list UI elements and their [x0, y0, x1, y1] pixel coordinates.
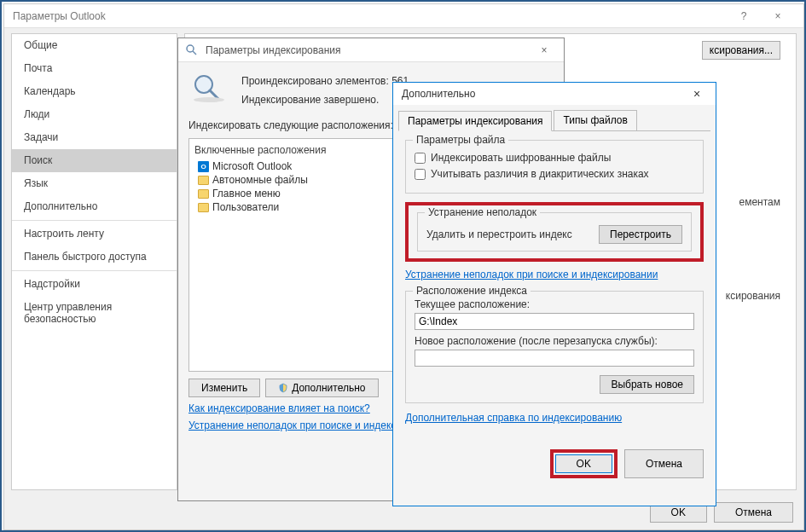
ok-button[interactable]: OK — [555, 454, 612, 473]
index-location-label: Расположение индекса — [413, 285, 531, 297]
current-location-label: Текущее расположение: — [415, 298, 694, 310]
partial-text: ксирования — [726, 290, 780, 302]
additional-help-link[interactable]: Дополнительная справка по индексированию — [405, 412, 704, 424]
folder-icon — [198, 176, 209, 185]
advanced-body: Параметры файла Индексировать шифрованны… — [393, 131, 716, 442]
sidebar-item-search[interactable]: Поиск — [12, 149, 177, 172]
folder-icon — [198, 203, 209, 212]
outlook-titlebar: Параметры Outlook ? × — [4, 4, 803, 28]
checkbox-row-diacritics: Учитывать различия в диакритических знак… — [415, 168, 694, 180]
svg-line-1 — [193, 51, 196, 55]
indexing-icon — [185, 43, 199, 57]
sidebar-item-people[interactable]: Люди — [12, 103, 177, 126]
choose-new-button[interactable]: Выбрать новое — [600, 375, 694, 394]
magnifier-icon — [188, 72, 229, 103]
sidebar-item-mail[interactable]: Почта — [12, 57, 177, 80]
sidebar-item-tasks[interactable]: Задачи — [12, 126, 177, 149]
folder-icon — [198, 189, 209, 199]
sidebar-item-advanced[interactable]: Дополнительно — [12, 195, 177, 218]
indexing-options-button[interactable]: ксирования... — [702, 41, 780, 60]
troubleshoot-search-link[interactable]: Устранение неполадок при поиске и индекс… — [405, 269, 704, 280]
outlook-sidebar: Общие Почта Календарь Люди Задачи Поиск … — [11, 33, 177, 490]
outlook-icon: O — [198, 161, 209, 172]
sidebar-separator — [12, 220, 177, 221]
tab-index-settings[interactable]: Параметры индексирования — [398, 111, 552, 131]
sidebar-item-addins[interactable]: Надстройки — [12, 273, 177, 296]
choose-row: Выбрать новое — [415, 375, 694, 394]
encrypted-checkbox[interactable] — [415, 153, 426, 164]
indexing-titlebar: Параметры индексирования × — [178, 38, 564, 62]
partial-text: ементам — [739, 196, 780, 208]
rebuild-row: Удалить и перестроить индекс Перестроить — [426, 225, 682, 244]
sidebar-item-customize-ribbon[interactable]: Настроить ленту — [12, 223, 177, 246]
rebuild-button[interactable]: Перестроить — [599, 225, 682, 244]
sidebar-item-calendar[interactable]: Календарь — [12, 80, 177, 103]
new-location-label: Новое расположение (после перезапуска сл… — [415, 335, 694, 347]
diacritics-checkbox[interactable] — [415, 169, 426, 180]
troubleshoot-label: Устранение неполадок — [425, 206, 540, 218]
diacritics-label: Учитывать различия в диакритических знак… — [431, 168, 649, 180]
advanced-button[interactable]: Дополнительно — [265, 379, 378, 397]
advanced-titlebar: Дополнительно × — [393, 83, 716, 105]
current-location-input[interactable] — [415, 313, 694, 330]
close-button[interactable]: × — [761, 4, 795, 28]
encrypted-label: Индексировать шифрованные файлы — [431, 152, 611, 164]
cancel-button[interactable]: Отмена — [714, 502, 793, 523]
help-button[interactable]: ? — [727, 4, 761, 28]
outlook-title: Параметры Outlook — [13, 10, 727, 22]
file-settings-label: Параметры файла — [413, 134, 508, 146]
new-location-input[interactable] — [415, 350, 694, 367]
sidebar-item-language[interactable]: Язык — [12, 172, 177, 195]
troubleshoot-fieldset: Устранение неполадок Удалить и перестрои… — [417, 212, 692, 252]
cancel-button[interactable]: Отмена — [624, 449, 704, 478]
svg-point-4 — [194, 97, 224, 102]
file-settings-fieldset: Параметры файла Индексировать шифрованны… — [405, 140, 704, 194]
sidebar-item-quick-access[interactable]: Панель быстрого доступа — [12, 246, 177, 269]
sidebar-item-trust-center[interactable]: Центр управления безопасностью — [12, 296, 177, 331]
modify-button[interactable]: Изменить — [188, 379, 260, 397]
close-icon[interactable]: × — [531, 44, 557, 56]
indexing-title: Параметры индексирования — [206, 44, 531, 56]
sidebar-separator — [12, 270, 177, 271]
advanced-dialog: Дополнительно × Параметры индексирования… — [392, 82, 716, 506]
tab-file-types[interactable]: Типы файлов — [554, 110, 636, 130]
advanced-title: Дополнительно — [402, 88, 687, 100]
index-location-fieldset: Расположение индекса Текущее расположени… — [405, 291, 704, 403]
sidebar-item-general[interactable]: Общие — [12, 34, 177, 57]
svg-point-0 — [187, 45, 194, 52]
close-icon[interactable]: × — [687, 87, 707, 101]
checkbox-row-encrypted: Индексировать шифрованные файлы — [415, 152, 694, 164]
troubleshoot-highlight: Устранение неполадок Удалить и перестрои… — [405, 202, 704, 262]
ok-highlight: OK — [550, 449, 618, 478]
advanced-footer: OK Отмена — [393, 442, 716, 485]
shield-icon — [278, 383, 288, 393]
tabs: Параметры индексирования Типы файлов — [398, 110, 710, 131]
delete-rebuild-label: Удалить и перестроить индекс — [426, 228, 572, 240]
